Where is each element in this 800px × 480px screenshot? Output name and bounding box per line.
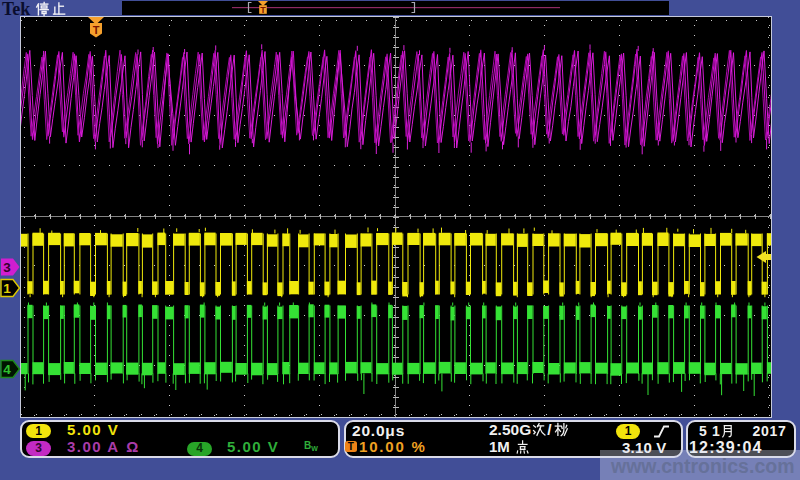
svg-text:T: T bbox=[93, 24, 100, 36]
svg-text:1: 1 bbox=[3, 281, 11, 296]
svg-text:3: 3 bbox=[3, 260, 11, 275]
svg-text:4: 4 bbox=[3, 362, 11, 377]
